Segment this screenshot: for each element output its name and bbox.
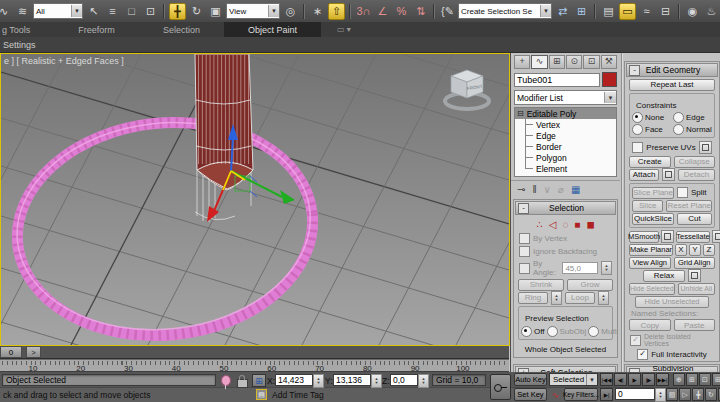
ribbon-tab-object-paint[interactable]: Object Paint: [224, 22, 321, 37]
border-mode-icon[interactable]: ◌: [562, 219, 568, 230]
reset-plane-button[interactable]: Reset Plane: [666, 200, 712, 212]
collapse-icon[interactable]: -: [518, 203, 529, 214]
hide-selected-button[interactable]: Hide Selected: [629, 283, 675, 295]
current-frame-field[interactable]: 0: [615, 388, 655, 400]
by-angle-field[interactable]: 45,0: [562, 262, 598, 274]
ribbon-panel-menu-icon[interactable]: ▭ ▾: [337, 22, 351, 37]
cut-button[interactable]: Cut: [677, 213, 712, 225]
settings-panel-label[interactable]: Settings: [3, 40, 36, 50]
view-align-button[interactable]: View Align: [629, 257, 671, 269]
by-vertex-checkbox[interactable]: By Vertex: [514, 232, 617, 245]
next-frame-nudge-button[interactable]: >: [26, 346, 41, 358]
stack-item-border[interactable]: Border: [515, 141, 616, 152]
slice-plane-button[interactable]: Slice Plane: [632, 187, 674, 199]
spinner[interactable]: ▲▼: [371, 374, 382, 388]
spinner[interactable]: ▲▼: [418, 374, 429, 388]
stack-item-editable-poly[interactable]: ⊟Editable Poly: [515, 108, 616, 119]
split-checkbox[interactable]: [677, 187, 688, 198]
schematic-view-icon[interactable]: ⊟: [657, 3, 674, 20]
tessellate-settings-icon[interactable]: [712, 230, 720, 243]
detach-button[interactable]: Detach: [678, 169, 715, 181]
next-frame-button[interactable]: |▶: [642, 373, 655, 386]
stack-item-vertex[interactable]: Vertex: [515, 119, 616, 130]
make-unique-icon[interactable]: ∨: [544, 184, 551, 195]
display-tab[interactable]: ⊡: [583, 55, 599, 69]
isolate-selection-icon[interactable]: [221, 375, 231, 386]
grow-button[interactable]: Grow: [567, 279, 613, 291]
go-start-button[interactable]: |◀◀: [600, 373, 613, 386]
spinner[interactable]: ▲▼: [601, 261, 612, 275]
quickslice-button[interactable]: QuickSlice: [632, 213, 674, 225]
key-filter-curve-icon[interactable]: ∿: [549, 388, 562, 401]
element-mode-icon[interactable]: ◼: [586, 219, 594, 230]
keyboard-override-icon[interactable]: ⇧: [328, 3, 345, 20]
ribbon-settings-row[interactable]: Settings: [0, 37, 720, 53]
ribbon-tab-g-tools[interactable]: g Tools: [0, 22, 54, 37]
copy-button[interactable]: Copy: [629, 319, 671, 331]
repeat-last-button[interactable]: Repeat Last: [629, 79, 715, 91]
full-interactivity-checkbox[interactable]: Full Interactivity: [625, 348, 719, 361]
preview-off-radio[interactable]: [521, 326, 532, 337]
viewport-label[interactable]: e ] [ Realistic + Edged Faces ]: [4, 56, 124, 66]
msmooth-button[interactable]: MSmooth: [629, 231, 659, 243]
pin-stack-icon[interactable]: ⊸: [517, 184, 525, 195]
create-selection-set-select[interactable]: Create Selection Se▼: [458, 3, 552, 19]
constraint-edge-radio[interactable]: [673, 112, 684, 123]
planar-y-button[interactable]: Y: [689, 244, 701, 256]
zoom-all-icon[interactable]: ⊞: [686, 373, 698, 386]
spinner[interactable]: ▲▼: [551, 291, 562, 305]
make-planar-button[interactable]: Make Planar: [629, 244, 673, 256]
attach-settings-icon[interactable]: [662, 168, 675, 181]
z-coordinate-field[interactable]: 0,0: [390, 374, 418, 386]
create-tab[interactable]: +: [514, 55, 530, 69]
spinner[interactable]: ▲▼: [598, 291, 609, 305]
relax-button[interactable]: Relax: [643, 270, 685, 282]
modifier-list-dropdown[interactable]: Modifier List ▼: [514, 90, 617, 105]
select-rotate-icon[interactable]: ↻: [188, 3, 205, 20]
bind-spacewarp-icon[interactable]: ∿: [0, 3, 12, 20]
slice-button[interactable]: Slice: [632, 200, 663, 212]
object-name-field[interactable]: Tube001: [514, 73, 600, 87]
utilities-tab[interactable]: ⚒: [601, 55, 617, 69]
by-angle-checkbox[interactable]: By Angle: 45,0 ▲▼: [514, 258, 617, 278]
preview-subobj-radio[interactable]: [547, 326, 558, 337]
preview-multi-radio[interactable]: [588, 326, 599, 337]
spinner[interactable]: ▲▼: [313, 374, 324, 388]
absolute-mode-icon[interactable]: ⊞: [252, 374, 266, 387]
window-crossing-icon[interactable]: ⊡: [142, 3, 159, 20]
rect-region-icon[interactable]: □: [123, 3, 140, 20]
ignore-backfacing-checkbox[interactable]: Ignore Backfacing: [514, 245, 617, 258]
paste-button[interactable]: Paste: [674, 319, 716, 331]
planar-x-button[interactable]: X: [675, 244, 687, 256]
layer-manager-icon[interactable]: ▤: [600, 3, 617, 20]
percent-snap-icon[interactable]: %: [393, 3, 410, 20]
pan-icon[interactable]: ╋: [692, 388, 704, 401]
stack-item-polygon[interactable]: Polygon: [515, 152, 616, 163]
hide-unselected-button[interactable]: Hide Unselected: [635, 296, 709, 308]
collapse-icon[interactable]: ⊟: [517, 109, 524, 118]
constraint-normal-radio[interactable]: [673, 124, 684, 135]
time-tag-icon[interactable]: ▤: [256, 389, 267, 400]
ring-button[interactable]: Ring: [518, 292, 548, 304]
show-end-result-icon[interactable]: ‖: [532, 184, 536, 195]
zoom-region-icon[interactable]: ▧: [666, 388, 678, 401]
relax-settings-icon[interactable]: [688, 269, 701, 282]
angle-snap-icon[interactable]: ∠: [374, 3, 391, 20]
material-editor-icon[interactable]: ◉: [684, 3, 701, 20]
constraint-none-radio[interactable]: [632, 112, 643, 123]
remove-modifier-icon[interactable]: ⌀: [558, 184, 564, 195]
zoom-extents-all-icon[interactable]: ⊞: [712, 373, 720, 386]
curve-editor-icon[interactable]: ≈: [638, 3, 655, 20]
coord-system-select[interactable]: View▼: [226, 3, 280, 19]
render-setup-icon[interactable]: ♨: [703, 3, 720, 20]
preserve-uvs-checkbox[interactable]: Preserve UVs: [625, 140, 719, 155]
y-coordinate-field[interactable]: 13,136: [333, 374, 371, 386]
unhide-all-button[interactable]: Unhide All: [678, 283, 715, 295]
key-mode-button[interactable]: ▶|: [600, 388, 613, 401]
align-icon[interactable]: ⊞: [573, 3, 590, 20]
go-end-button[interactable]: ▶▶|: [656, 373, 669, 386]
attach-button[interactable]: Attach: [629, 169, 659, 181]
select-move-icon[interactable]: ╋: [169, 3, 186, 20]
pivot-center-icon[interactable]: ◎: [282, 3, 299, 20]
selection-rollout-header[interactable]: - Selection: [515, 201, 616, 215]
